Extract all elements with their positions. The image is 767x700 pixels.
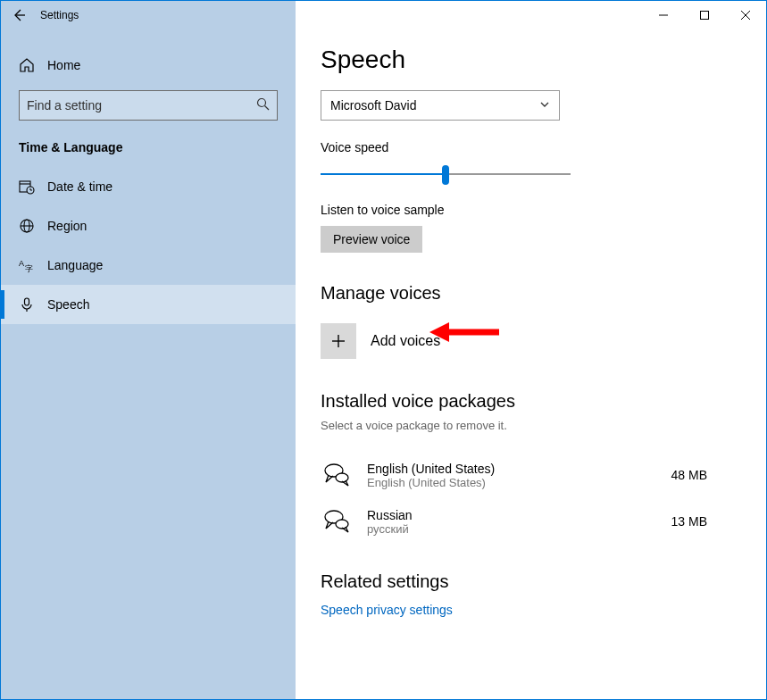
add-voices-label: Add voices xyxy=(371,333,440,349)
titlebar: Settings xyxy=(1,1,766,29)
window-title: Settings xyxy=(40,9,79,21)
minimize-button[interactable] xyxy=(643,1,684,29)
package-size: 13 MB xyxy=(671,514,734,529)
sidebar-item-label: Date & time xyxy=(47,179,113,194)
section-header: Time & Language xyxy=(1,137,296,167)
package-texts: Russian русский xyxy=(367,508,657,536)
calendar-clock-icon xyxy=(19,179,35,195)
manage-voices-header: Manage voices xyxy=(321,283,734,304)
main-content: Speech Microsoft David Voice speed Liste… xyxy=(296,29,766,699)
sidebar-item-label: Language xyxy=(47,258,103,272)
window-controls xyxy=(643,1,766,29)
svg-line-6 xyxy=(265,105,270,110)
preview-voice-button[interactable]: Preview voice xyxy=(321,226,422,253)
sidebar-item-region[interactable]: Region xyxy=(1,206,296,246)
home-button[interactable]: Home xyxy=(1,46,296,85)
sidebar-item-language[interactable]: A字 Language xyxy=(1,246,296,285)
home-label: Home xyxy=(47,58,80,72)
package-sub: русский xyxy=(367,522,657,536)
svg-text:字: 字 xyxy=(25,264,33,273)
related-settings-header: Related settings xyxy=(321,571,734,592)
maximize-button[interactable] xyxy=(684,1,725,29)
voice-select[interactable]: Microsoft David xyxy=(321,90,560,121)
search-input[interactable] xyxy=(27,98,256,112)
svg-point-5 xyxy=(258,98,266,106)
package-sub: English (United States) xyxy=(367,476,657,489)
microphone-icon xyxy=(19,296,35,312)
search-icon xyxy=(256,97,270,114)
package-name: Russian xyxy=(367,508,657,522)
voice-package-row[interactable]: English (United States) English (United … xyxy=(321,452,734,498)
page-title: Speech xyxy=(321,46,734,74)
svg-rect-17 xyxy=(25,298,29,305)
globe-icon xyxy=(19,218,35,234)
package-name: English (United States) xyxy=(367,462,657,476)
speech-bubble-icon xyxy=(321,505,353,538)
language-icon: A字 xyxy=(19,257,35,273)
installed-subtext: Select a voice package to remove it. xyxy=(321,419,734,432)
close-button[interactable] xyxy=(725,1,766,29)
plus-icon xyxy=(321,323,356,359)
voice-speed-slider[interactable] xyxy=(321,163,571,185)
svg-text:A: A xyxy=(19,259,24,268)
voice-select-value: Microsoft David xyxy=(330,98,416,112)
installed-header: Installed voice packages xyxy=(321,391,734,412)
voice-speed-label: Voice speed xyxy=(321,140,734,154)
package-size: 48 MB xyxy=(671,468,734,482)
search-box[interactable] xyxy=(19,90,278,121)
speech-privacy-link[interactable]: Speech privacy settings xyxy=(321,603,453,617)
sidebar: Home Time & Language Date & time xyxy=(1,29,296,699)
search-wrap xyxy=(1,90,296,137)
chevron-down-icon xyxy=(539,98,550,112)
sidebar-item-date-time[interactable]: Date & time xyxy=(1,167,296,206)
voice-package-row[interactable]: Russian русский 13 MB xyxy=(321,498,734,545)
sidebar-item-speech[interactable]: Speech xyxy=(1,285,296,324)
sidebar-item-label: Region xyxy=(47,219,87,233)
slider-fill xyxy=(321,173,446,175)
home-icon xyxy=(19,57,35,73)
settings-window: Settings Home xyxy=(0,0,767,700)
slider-thumb[interactable] xyxy=(442,165,449,185)
add-voices-button[interactable]: Add voices xyxy=(321,323,734,359)
sidebar-item-label: Speech xyxy=(47,297,89,312)
svg-rect-2 xyxy=(701,12,709,20)
package-texts: English (United States) English (United … xyxy=(367,462,657,489)
speech-bubble-icon xyxy=(321,459,353,491)
listen-label: Listen to voice sample xyxy=(321,203,734,217)
back-button[interactable] xyxy=(1,1,37,29)
